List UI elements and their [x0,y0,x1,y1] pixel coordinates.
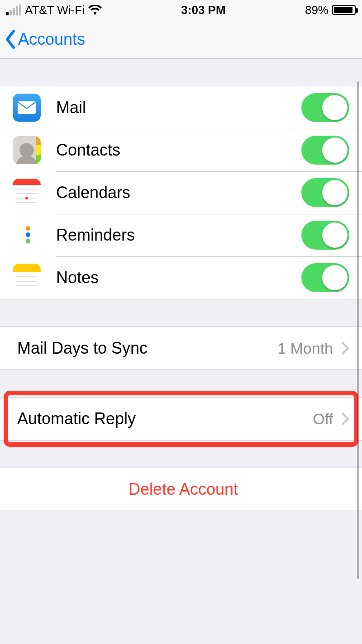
notes-icon [13,264,41,292]
section-spacer [0,440,362,468]
delete-account-button[interactable]: Delete Account [0,468,362,511]
carrier-label: AT&T Wi-Fi [25,3,85,17]
reminders-icon [13,221,41,249]
service-label: Reminders [56,226,301,245]
status-left: AT&T Wi-Fi [6,3,102,17]
scroll-indicator[interactable] [357,81,359,579]
sync-section: Mail Days to Sync 1 Month [0,327,362,370]
delete-section: Delete Account [0,468,362,511]
auto-reply-label: Automatic Reply [17,409,313,428]
toggle-notes[interactable] [301,263,349,292]
auto-reply-section: Automatic Reply Off [0,397,362,440]
status-time: 3:03 PM [181,3,225,17]
service-row-notes: Notes [0,256,362,299]
service-label: Notes [56,268,301,287]
services-section: Mail Contacts Calendars Reminders Notes [0,86,362,299]
sync-label: Mail Days to Sync [17,339,277,358]
automatic-reply-row[interactable]: Automatic Reply Off [0,398,362,440]
toggle-reminders[interactable] [301,221,349,250]
section-spacer [0,299,362,327]
back-label: Accounts [18,30,85,49]
mail-days-to-sync-row[interactable]: Mail Days to Sync 1 Month [0,327,362,369]
sync-value: 1 Month [277,340,333,357]
auto-reply-value: Off [313,410,333,428]
automatic-reply-highlight: Automatic Reply Off [0,397,362,440]
section-spacer [0,370,362,397]
calendar-icon [13,179,41,207]
wifi-icon [88,5,102,15]
service-row-contacts: Contacts [0,129,362,171]
chevron-left-icon [5,29,17,49]
toggle-contacts[interactable] [301,136,349,165]
service-label: Calendars [56,183,301,202]
status-right: 89% [305,3,356,17]
cellular-signal-icon [6,5,21,15]
battery-icon [332,5,356,15]
service-label: Contacts [56,141,301,160]
section-spacer [0,59,362,86]
service-row-calendars: Calendars [0,171,362,214]
service-row-mail: Mail [0,86,362,129]
back-button[interactable]: Accounts [5,29,85,49]
nav-bar: Accounts [0,20,362,59]
toggle-mail[interactable] [301,93,349,122]
status-bar: AT&T Wi-Fi 3:03 PM 89% [0,0,362,20]
service-label: Mail [56,98,301,117]
battery-percent: 89% [305,3,329,17]
delete-label: Delete Account [129,480,238,499]
contacts-icon [13,136,41,164]
svg-rect-0 [18,101,36,114]
chevron-right-icon [341,412,349,426]
chevron-right-icon [341,341,349,355]
mail-icon [13,94,41,122]
toggle-calendars[interactable] [301,178,349,207]
service-row-reminders: Reminders [0,214,362,256]
